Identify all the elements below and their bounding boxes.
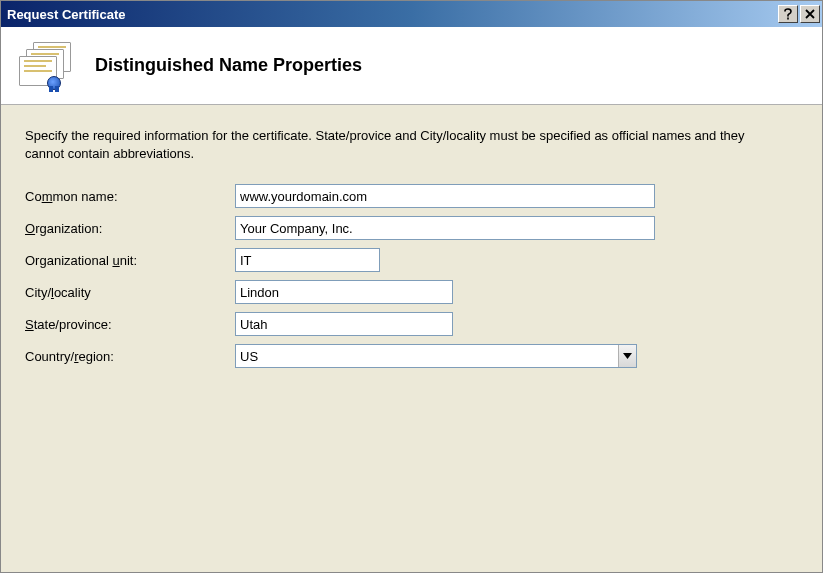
row-common-name: Common name: xyxy=(25,184,798,208)
state-input[interactable] xyxy=(235,312,453,336)
page-title: Distinguished Name Properties xyxy=(95,55,362,76)
organization-input[interactable] xyxy=(235,216,655,240)
row-state: State/province: xyxy=(25,312,798,336)
label-city: City/locality xyxy=(25,285,235,300)
country-value: US xyxy=(236,345,618,367)
request-certificate-dialog: Request Certificate Distinguished Name P… xyxy=(0,0,823,573)
common-name-input[interactable] xyxy=(235,184,655,208)
certificate-icon xyxy=(19,42,77,90)
help-icon xyxy=(783,8,793,20)
label-state: State/province: xyxy=(25,317,235,332)
instructions-text: Specify the required information for the… xyxy=(25,127,765,162)
label-org-unit: Organizational unit: xyxy=(25,253,235,268)
country-dropdown-button[interactable] xyxy=(618,345,636,367)
label-organization: Organization: xyxy=(25,221,235,236)
help-button[interactable] xyxy=(778,5,798,23)
label-country: Country/region: xyxy=(25,349,235,364)
titlebar-buttons xyxy=(778,5,820,23)
org-unit-input[interactable] xyxy=(235,248,380,272)
row-city: City/locality xyxy=(25,280,798,304)
city-input[interactable] xyxy=(235,280,453,304)
titlebar: Request Certificate xyxy=(1,1,822,27)
window-title: Request Certificate xyxy=(7,7,778,22)
close-icon xyxy=(805,9,815,19)
country-combobox[interactable]: US xyxy=(235,344,637,368)
content-area: Specify the required information for the… xyxy=(1,105,822,398)
row-organization: Organization: xyxy=(25,216,798,240)
chevron-down-icon xyxy=(623,353,632,359)
label-common-name: Common name: xyxy=(25,189,235,204)
header-band: Distinguished Name Properties xyxy=(1,27,822,105)
close-button[interactable] xyxy=(800,5,820,23)
row-org-unit: Organizational unit: xyxy=(25,248,798,272)
row-country: Country/region: US xyxy=(25,344,798,368)
